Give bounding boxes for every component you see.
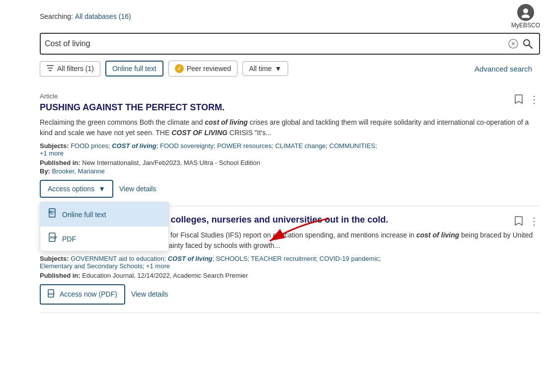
svg-point-0 [523, 8, 528, 13]
access-now-button-2[interactable]: PDF Access now (PDF) [40, 284, 125, 305]
svg-line-6 [529, 45, 532, 48]
published-info-2: Education Journal, 12/14/2022, Academic … [82, 272, 248, 279]
svg-point-1 [522, 14, 530, 18]
access-now-label-2: Access now (PDF) [60, 290, 117, 298]
subjects-line-1: Subjects: FOOD prices; COST of living; F… [40, 142, 540, 157]
subjects-label-1: Subjects: [40, 142, 69, 150]
subjects-label-2: Subjects: [40, 255, 69, 262]
subject-teacher-recruitment[interactable]: TEACHER recruitment [251, 255, 316, 262]
more-subjects-2[interactable]: +1 more [146, 262, 170, 270]
subject-power-resources[interactable]: POWER resources [217, 142, 272, 150]
view-details-link-2[interactable]: View details [131, 290, 168, 298]
abstract-highlight-2a: cost of living [416, 231, 459, 239]
online-full-text-label: Online full text [112, 65, 157, 73]
databases-link[interactable]: All databases (16) [75, 12, 131, 20]
search-input[interactable] [45, 39, 506, 48]
filter-icon [46, 65, 54, 73]
subjects-line-2: Subjects: GOVERNMENT aid to education; C… [40, 255, 540, 270]
myebsco-avatar [517, 4, 534, 21]
peer-badge-icon: ✓ [175, 64, 184, 73]
dropdown-item-online-full-text[interactable]: W Online full text [40, 202, 168, 227]
access-options-dropdown-1: W Online full text PDF PDF [40, 202, 169, 251]
dropdown-item-label-online-full-text: Online full text [62, 211, 106, 219]
search-box [40, 33, 540, 55]
article-title-1: PUSHING AGAINST THE PERFECT STORM. [40, 102, 540, 113]
author-link-1[interactable]: Brooker, Marianne [52, 167, 105, 175]
more-options-button-1[interactable]: ⋮ [528, 92, 540, 106]
advanced-search-link[interactable]: Advanced search [474, 65, 540, 73]
more-subjects-1[interactable]: +1 more [40, 150, 64, 157]
search-go-button[interactable] [520, 38, 535, 49]
subject-communities[interactable]: COMMUNITIES [329, 142, 375, 150]
all-filters-button[interactable]: All filters (1) [40, 61, 100, 77]
svg-text:PDF: PDF [50, 236, 57, 239]
pub-line-1: Published in: New Internationalist, Jan/… [40, 159, 540, 166]
by-line-1: By: Brooker, Marianne [40, 167, 540, 175]
abstract-before-1: Reclaiming the green commons Both the cl… [40, 118, 205, 126]
online-full-text-button[interactable]: Online full text [105, 61, 163, 77]
all-filters-label: All filters (1) [57, 65, 94, 73]
subject-food-prices[interactable]: FOOD prices [71, 142, 108, 150]
search-row [0, 29, 548, 55]
search-clear-button[interactable] [506, 39, 520, 49]
subject-schools[interactable]: SCHOOLS [216, 255, 248, 262]
card-actions-2: ⋮ [513, 214, 540, 228]
subject-covid[interactable]: COVID-19 pandemic [319, 255, 379, 262]
access-options-label-1: Access options [48, 185, 94, 193]
by-label-1: By: [40, 167, 50, 175]
chevron-down-icon: ▼ [275, 65, 282, 73]
access-options-chevron-1: ▼ [98, 185, 105, 193]
more-options-button-2[interactable]: ⋮ [528, 214, 540, 228]
article-abstract-1: Reclaiming the green commons Both the cl… [40, 117, 540, 138]
peer-reviewed-button[interactable]: ✓ Peer reviewed [168, 61, 238, 77]
results-area: ⋮ Article PUSHING AGAINST THE PERFECT ST… [0, 77, 548, 313]
access-options-button-1[interactable]: Access options ▼ [40, 180, 113, 198]
svg-text:PDF: PDF [49, 293, 55, 296]
subject-cost-of-living-1[interactable]: COST of living [112, 142, 157, 150]
article-title-link-1[interactable]: PUSHING AGAINST THE PERFECT STORM. [40, 102, 225, 112]
pub-line-2: Published in: Education Journal, 12/14/2… [40, 272, 540, 279]
view-details-link-1[interactable]: View details [119, 185, 156, 193]
subject-govt-aid[interactable]: GOVERNMENT aid to education [71, 255, 164, 262]
access-options-row-1: Access options ▼ View details W Online f… [40, 180, 540, 198]
pdf-icon-btn: PDF [48, 289, 56, 300]
abstract-highlight-1b: COST OF LIVING [171, 129, 228, 137]
svg-text:W: W [49, 211, 52, 214]
article-type-1: Article [40, 92, 540, 100]
myebsco-label: MyEBSCO [511, 22, 540, 29]
published-label-1: Published in: [40, 159, 80, 166]
filters-row: All filters (1) Online full text ✓ Peer … [0, 55, 548, 77]
svg-point-5 [524, 40, 530, 46]
time-filter-button[interactable]: All time ▼ [242, 61, 288, 76]
subject-food-sovereignty[interactable]: FOOD sovereignty [160, 142, 214, 150]
published-info-1: New Internationalist, Jan/Feb2023, MAS U… [82, 159, 260, 166]
bookmark-button-1[interactable] [513, 93, 524, 106]
top-bar: Searching: All databases (16) MyEBSCO [0, 0, 548, 29]
subject-cost-of-living-2[interactable]: COST of living [168, 255, 213, 262]
access-options-row-2: PDF Access now (PDF) View details [40, 284, 540, 305]
dropdown-item-pdf[interactable]: PDF PDF [40, 227, 168, 251]
all-time-label: All time [249, 65, 272, 73]
searching-label: Searching: All databases (16) [40, 12, 131, 20]
abstract-after-1: CRISIS "It's... [228, 129, 272, 137]
dropdown-item-label-pdf: PDF [62, 235, 76, 243]
bookmark-button-2[interactable] [513, 215, 524, 228]
peer-reviewed-label: Peer reviewed [187, 65, 232, 73]
subject-elementary[interactable]: Elementary and Secondary Schools [40, 262, 143, 270]
card-actions-1: ⋮ [513, 92, 540, 106]
article-card-1: ⋮ Article PUSHING AGAINST THE PERFECT ST… [40, 84, 540, 206]
myebsco-button[interactable]: MyEBSCO [511, 4, 540, 29]
abstract-highlight-1a: cost of living [205, 118, 247, 126]
subject-climate-change[interactable]: CLIMATE change [275, 142, 326, 150]
online-full-text-icon: W [48, 208, 57, 221]
pdf-icon: PDF [48, 233, 57, 245]
searching-text: Searching: [40, 12, 73, 20]
published-label-2: Published in: [40, 272, 80, 279]
